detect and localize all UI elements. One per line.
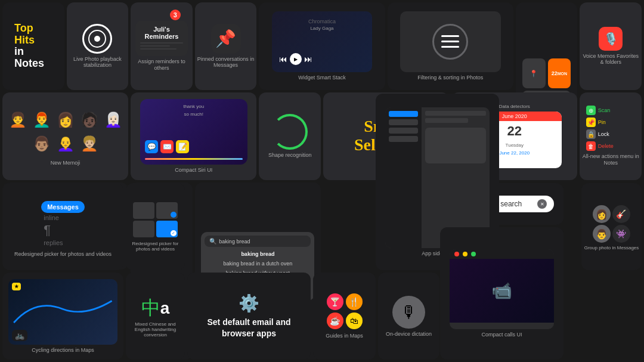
cocktail-icon: 🍸 (327, 293, 343, 310)
photo-picker-label: Redesigned picker for photos and videos (126, 241, 185, 252)
group-photo-cell-abs[interactable]: 👩 🎸 👨 👾 Group photo in Messages (581, 183, 642, 270)
pin-action: 📌 Pin (586, 117, 636, 127)
live-photo-cell[interactable]: Live Photo playback stabilization (67, 2, 129, 90)
calls-content-abs: 📹 (450, 259, 555, 323)
cycling-label-abs: Cycling directions in Maps (32, 347, 94, 353)
compact-calls-card: 📹 (450, 249, 555, 329)
dictation-cell-abs[interactable]: 🎙 On-device dictation (378, 273, 439, 360)
shape-circle-icon (272, 114, 308, 150)
memoji-face: 👩‍🦲 (54, 132, 77, 155)
group-photo-label: Group photo in Messages (582, 245, 642, 250)
hamburger-icon (441, 35, 459, 48)
guides-maps-label: Guides in Maps (326, 333, 363, 339)
maximize-dot (471, 252, 476, 256)
sidebar-panel (385, 107, 422, 249)
scan-action: ⊕ Scan (586, 106, 636, 115)
siri-card: thank you so much! 💬 ✉️ 📝 (140, 99, 247, 165)
cycling-map-abs: 🚲 ★ (8, 279, 117, 345)
inline-text: inline (41, 214, 59, 221)
bag-icon: 🛍 (346, 313, 363, 329)
window-controls (450, 249, 555, 259)
chinese-handwriting-text: 中 a (141, 295, 170, 321)
memoji-face: 👩🏻‍🦳 (102, 109, 125, 131)
filter-photos-cell[interactable]: Filtering & sorting in Photos (388, 2, 513, 90)
memoji-faces: 🧑‍🦱 👨‍🦰 👩 🧑🏿 👩🏻‍🦳 👨🏽 👩‍🦲 🧑🏼‍🦱 (2, 106, 128, 157)
ghost-icon: 👾 (612, 225, 630, 243)
default-apps-cell[interactable]: ⚙️ Set default email and browser apps (187, 273, 311, 360)
top-hits-cell[interactable]: Top Hits in Notes (2, 2, 64, 90)
guitar-icon: 🎸 (612, 205, 630, 223)
star-badge: ★ (12, 283, 21, 290)
replies-text: replies (41, 239, 63, 246)
chinese-handwriting-cell[interactable]: 中 a Mixed Chinese and English handwritin… (126, 273, 185, 360)
compact-siri-label: Compact Siri UI (172, 167, 215, 174)
live-photo-icon (82, 24, 112, 54)
bike-icon: 🚲 (12, 330, 27, 341)
reminders-title: Juli's Reminders (140, 26, 183, 40)
notes-actions-label: All-new actions menu in Notes (580, 153, 642, 166)
new-memoji-label: New Memoji (48, 160, 83, 166)
delete-action: 🗑 Delete (586, 141, 636, 151)
filter-card (400, 11, 501, 73)
cycling-cell-abs[interactable]: 🚲 ★ Cycling directions in Maps (2, 273, 123, 360)
widget-stack-cell[interactable]: Chromatica Lady Gaga ⏮ ▶ ⏭ Widget Smart … (259, 2, 385, 90)
guides-maps-cell[interactable]: 🍸 🍴 ☕ 🛍 Guides in Maps (313, 273, 376, 360)
group-photo-avatars: 👩 🎸 👨 👾 (584, 203, 639, 245)
shape-recognition-cell[interactable]: Shape recognition (259, 92, 321, 180)
widget-stack-label: Widget Smart Stack (296, 75, 348, 81)
memoji-face: 👩 (54, 109, 77, 131)
memoji-face: 👨🏽 (30, 132, 53, 155)
filter-photos-label: Filtering & sorting in Photos (415, 75, 485, 81)
memoji-face: 👨‍🦰 (30, 109, 53, 131)
memoji-face: 🧑‍🦱 (7, 109, 29, 131)
latin-char: a (160, 299, 170, 318)
photo-picker-grid: ✓ (133, 202, 177, 237)
live-photo-label: Live Photo playback stabilization (67, 56, 129, 69)
minimize-dot (463, 252, 467, 256)
avatar-2: 👨 (593, 225, 611, 243)
pin-icon: 📌 (211, 24, 241, 54)
coffee-icon: ☕ (327, 313, 343, 329)
compact-calls-cell-abs[interactable]: 📹 Compact calls UI (440, 227, 564, 360)
photo-picker-cell[interactable]: ✓ Redesigned picker for photos and video… (126, 183, 185, 270)
close-dot (454, 252, 459, 256)
voice-memos-cell[interactable]: 🎙️ Voice Memos Favorites & folders (580, 2, 642, 90)
memoji-face: 🧑🏼‍🦱 (78, 132, 101, 155)
messages-content: Messages inline ¶ replies (36, 196, 89, 251)
pinned-label: Pinned conversations in Messages (195, 56, 257, 69)
avatar-1: 👩 (593, 205, 611, 223)
data-detectors-title: Data detectors (499, 104, 530, 109)
voice-memos-icon: 🎙️ (599, 27, 623, 51)
notes-actions-cell[interactable]: ⊕ Scan 📌 Pin 🔒 Lock 🗑 Delete All-new act… (580, 92, 642, 180)
lock-icon: 🔒 (586, 129, 596, 139)
clear-icon[interactable]: ✕ (537, 199, 547, 209)
top-hits-text: Top Hits in Notes (10, 18, 49, 75)
p-symbol: ¶ (41, 222, 51, 238)
video-call-icon: 📹 (491, 281, 512, 301)
search-bar[interactable]: 🔍 baking bread (205, 236, 311, 247)
widget-card: Chromatica Lady Gaga ⏮ ▶ ⏭ (272, 11, 373, 73)
microphone-icon-abs: 🎙 (392, 296, 425, 329)
default-apps-text: Set default email and browser apps (187, 317, 311, 338)
memoji-face: 🧑🏿 (78, 109, 101, 131)
guides-icons-row2: ☕ 🛍 (327, 313, 363, 329)
search-result-item[interactable]: baking bread (205, 249, 311, 259)
voice-memos-label: Voice Memos Favorites & folders (580, 53, 642, 66)
play-button[interactable]: ▶ (290, 53, 302, 65)
pinned-conversations-cell[interactable]: 📌 Pinned conversations in Messages (195, 2, 257, 90)
compact-calls-label-abs: Compact calls UI (481, 332, 522, 338)
messages-inline-cell[interactable]: Messages inline ¶ replies Redesigned pic… (2, 183, 123, 270)
lock-action: 🔒 Lock (586, 129, 636, 139)
chinese-char: 中 (141, 295, 160, 321)
badge-count: 3 (170, 10, 181, 20)
notes-action-list: ⊕ Scan 📌 Pin 🔒 Lock 🗑 Delete (586, 106, 636, 151)
food-icon: 🍴 (346, 293, 363, 310)
pin-icon: 📌 (586, 117, 596, 127)
compact-siri-cell[interactable]: thank you so much! 💬 ✉️ 📝 Compact Siri U… (131, 92, 256, 180)
new-memoji-cell[interactable]: 🧑‍🦱 👨‍🦰 👩 🧑🏿 👩🏻‍🦳 👨🏽 👩‍🦲 🧑🏼‍🦱 New Memoji (2, 92, 128, 180)
reminders-label: Assign reminders to others (131, 58, 193, 72)
search-result-item[interactable]: baking bread in a dutch oven (205, 259, 311, 268)
scan-icon: ⊕ (586, 106, 596, 115)
messages-inline-label: Redesigned picker for photos and videos (10, 251, 116, 257)
reminders-cell[interactable]: 3 Juli's Reminders Assign reminders to o… (131, 2, 193, 90)
